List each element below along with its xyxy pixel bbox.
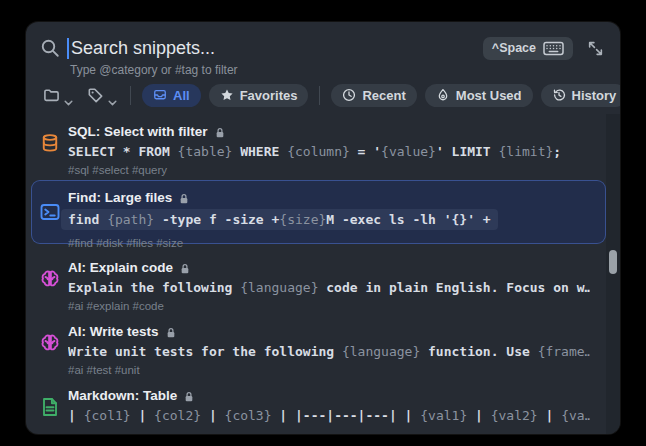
snippet-code: find {path} -type f -size +{size}M -exec… xyxy=(61,209,498,230)
filter-pill-most-used[interactable]: Most Used xyxy=(425,84,533,107)
filter-pill-favorites[interactable]: Favorites xyxy=(209,84,309,107)
tag-dropdown[interactable] xyxy=(85,85,119,106)
divider xyxy=(130,86,131,105)
pill-group: Recent Most Used History xyxy=(331,84,620,107)
terminal-icon xyxy=(40,202,60,222)
snippet-row[interactable]: AI: Write tests Write unit tests for the… xyxy=(26,314,620,378)
snippet-tags: #ai #explain #code xyxy=(68,300,590,312)
snippet-row[interactable]: Markdown: Table | {col1} | {col2} | {col… xyxy=(26,378,620,434)
filter-bar: All Favorites Recent Most Used History xyxy=(41,82,610,108)
filter-pill-all[interactable]: All xyxy=(142,84,201,107)
snippet-title: AI: Explain code xyxy=(68,260,173,275)
chevron-down-icon xyxy=(64,92,73,98)
snippet-tags: #sql #select #query xyxy=(68,164,590,176)
snippet-code: | {col1} | {col2} | {col3} | |---|---|--… xyxy=(68,407,590,424)
folder-icon xyxy=(43,87,60,104)
app-window: ^Space Type @category or #tag to filter … xyxy=(26,22,620,434)
keyboard-icon xyxy=(543,41,564,56)
file-icon xyxy=(40,397,60,417)
search-bar: ^Space xyxy=(40,31,608,65)
brain-icon xyxy=(40,269,60,289)
snippet-tags: #find #disk #files #size xyxy=(68,237,590,249)
snippet-row[interactable]: Find: Large files find {path} -type f -s… xyxy=(26,180,620,250)
shortcut-label: ^Space xyxy=(492,41,536,55)
snippet-title: AI: Write tests xyxy=(68,324,159,339)
snippet-tags: #ai #test #unit xyxy=(68,364,590,376)
pill-label: Recent xyxy=(362,88,405,103)
divider xyxy=(319,86,320,105)
star-icon xyxy=(220,88,234,102)
chevron-down-icon xyxy=(108,92,117,98)
snippet-title: SQL: Select with filter xyxy=(68,124,208,139)
text-caret xyxy=(67,38,69,59)
pill-label: Most Used xyxy=(456,88,522,103)
snippet-list: SQL: Select with filter SELECT * FROM {t… xyxy=(26,114,620,434)
lock-icon xyxy=(179,191,189,203)
database-icon xyxy=(40,133,60,153)
pill-label: History xyxy=(572,88,617,103)
expand-icon[interactable] xyxy=(587,40,604,57)
snippet-code: Explain the following {language} code in… xyxy=(68,279,590,296)
history-icon xyxy=(552,88,566,102)
filter-pill-recent[interactable]: Recent xyxy=(331,84,416,107)
lock-icon xyxy=(166,325,176,337)
filter-pill-history[interactable]: History xyxy=(541,84,620,107)
tag-icon xyxy=(87,87,104,104)
shortcut-badge: ^Space xyxy=(483,37,573,60)
scrollbar-thumb[interactable] xyxy=(609,250,617,274)
search-hint: Type @category or #tag to filter xyxy=(70,63,238,77)
inbox-icon xyxy=(153,88,167,102)
pill-group: All Favorites xyxy=(142,84,308,107)
snippet-title: Markdown: Table xyxy=(68,388,177,403)
snippet-row[interactable]: SQL: Select with filter SELECT * FROM {t… xyxy=(26,114,620,176)
snippet-code: SELECT * FROM {table} WHERE {column} = '… xyxy=(68,143,590,160)
search-icon xyxy=(40,38,60,58)
pill-label: All xyxy=(173,88,190,103)
clock-icon xyxy=(342,88,356,102)
scrollbar-track xyxy=(606,114,620,434)
snippet-title: Find: Large files xyxy=(68,190,172,205)
snippet-code: Write unit tests for the following {lang… xyxy=(68,343,590,360)
search-input[interactable] xyxy=(71,38,473,59)
pill-label: Favorites xyxy=(240,88,298,103)
brain-icon xyxy=(40,333,60,353)
flame-icon xyxy=(436,88,450,102)
category-dropdown[interactable] xyxy=(41,85,75,106)
lock-icon xyxy=(180,261,190,273)
snippet-row[interactable]: AI: Explain code Explain the following {… xyxy=(26,250,620,314)
lock-icon xyxy=(184,389,194,401)
lock-icon xyxy=(215,125,225,137)
